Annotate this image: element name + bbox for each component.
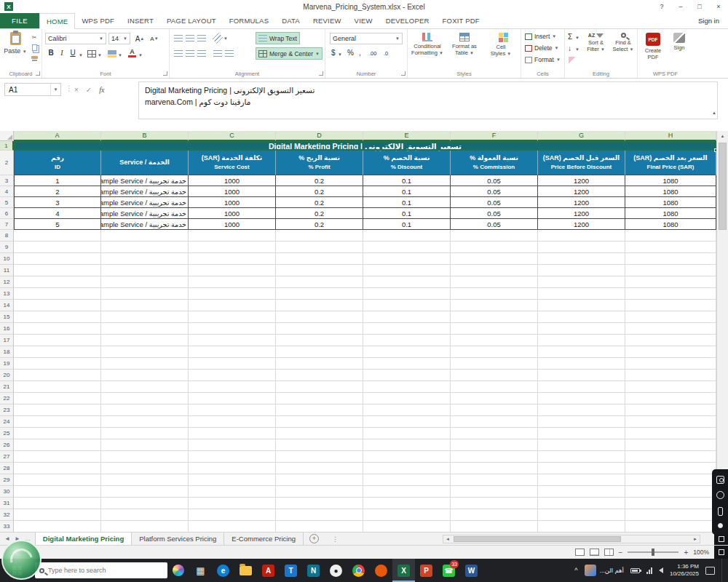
ribbon-tab-insert[interactable]: INSERT [121, 13, 160, 28]
column-header-c[interactable]: C [189, 131, 276, 141]
empty-cell[interactable] [14, 300, 101, 311]
empty-cell[interactable] [538, 463, 625, 474]
header-cell-a[interactable]: رقمID [14, 151, 101, 175]
decrease-indent-button[interactable] [213, 50, 222, 57]
empty-cell[interactable] [276, 509, 363, 521]
format-painter-button[interactable] [29, 53, 39, 62]
empty-cell[interactable] [451, 346, 538, 358]
currency-format-dropdown[interactable]: ▼ [338, 52, 342, 57]
empty-cell[interactable] [625, 381, 716, 393]
empty-cell[interactable] [363, 381, 451, 393]
sports-app-icon[interactable]: ● [325, 559, 347, 582]
autosum-dropdown[interactable]: ▼ [575, 36, 579, 40]
empty-cell[interactable] [451, 486, 538, 498]
empty-cell[interactable] [189, 393, 276, 404]
row-header-26[interactable]: 26 [0, 439, 14, 451]
borders-dropdown[interactable]: ▼ [98, 53, 102, 57]
row-header-6[interactable]: 6 [0, 208, 14, 219]
empty-cell[interactable] [189, 242, 276, 253]
empty-cell[interactable] [363, 474, 451, 486]
empty-cell[interactable] [14, 416, 101, 428]
onenote-icon[interactable]: N [302, 559, 325, 582]
empty-cell[interactable] [276, 265, 363, 276]
create-pdf-button[interactable]: PDF CreatePDF [639, 33, 667, 60]
wrap-text-button[interactable]: Wrap Text [256, 32, 300, 44]
align-right-button[interactable] [197, 50, 206, 57]
empty-cell[interactable] [189, 439, 276, 451]
empty-cell[interactable] [101, 311, 189, 323]
empty-cell[interactable] [538, 404, 625, 416]
empty-cell[interactable] [101, 230, 189, 242]
percent-format-button[interactable]: % [347, 49, 354, 57]
data-cell-a6[interactable]: 4 [14, 208, 101, 219]
scroll-left-arrow[interactable]: ◄ [443, 535, 452, 543]
messages-icon[interactable]: ☎33 [438, 559, 460, 582]
borders-button[interactable] [87, 50, 96, 57]
empty-cell[interactable] [625, 335, 716, 346]
overlay-mini-window-2[interactable] [714, 546, 728, 559]
sign-in-link[interactable]: Sign in [689, 13, 728, 28]
autosum-button[interactable]: Σ [568, 33, 572, 41]
delete-cells-button[interactable]: Delete▼ [525, 44, 559, 52]
header-cell-c[interactable]: تكلفة الخدمة (SAR)Service Cost [189, 151, 276, 175]
empty-cell[interactable] [451, 230, 538, 242]
data-cell-h7[interactable]: 1080 [625, 219, 716, 230]
empty-cell[interactable] [451, 439, 538, 451]
empty-cell[interactable] [363, 498, 451, 509]
empty-cell[interactable] [363, 276, 451, 288]
news-widget[interactable]: أهم الن... [585, 565, 624, 576]
increase-indent-button[interactable] [225, 50, 234, 57]
row-header-33[interactable]: 33 [0, 521, 14, 532]
empty-cell[interactable] [14, 311, 101, 323]
formula-bar-splitter[interactable]: ⋮ [66, 84, 73, 92]
horizontal-scroll-thumb[interactable] [454, 536, 621, 542]
empty-cell[interactable] [538, 474, 625, 486]
empty-cell[interactable] [101, 404, 189, 416]
column-header-g[interactable]: G [538, 131, 625, 141]
empty-cell[interactable] [101, 416, 189, 428]
empty-cell[interactable] [101, 451, 189, 463]
help-button[interactable]: ? [652, 0, 671, 13]
ribbon-tab-foxit-pdf[interactable]: FOXIT PDF [436, 13, 486, 28]
data-cell-g7[interactable]: 1200 [538, 219, 625, 230]
empty-cell[interactable] [538, 439, 625, 451]
empty-cell[interactable] [625, 311, 716, 323]
copilot-icon[interactable] [173, 565, 184, 576]
empty-cell[interactable] [101, 335, 189, 346]
data-cell-h6[interactable]: 1080 [625, 208, 716, 219]
sheet-nav-prev-icon[interactable]: ◄ [4, 535, 10, 542]
empty-cell[interactable] [538, 381, 625, 393]
empty-cell[interactable] [363, 416, 451, 428]
ribbon-tab-review[interactable]: REVIEW [306, 13, 348, 28]
align-bottom-button[interactable] [197, 35, 206, 41]
fill-button[interactable]: ↓ [568, 44, 571, 52]
row-header-8[interactable]: 8 [0, 230, 14, 242]
data-cell-a5[interactable]: 3 [14, 197, 101, 208]
font-color-button[interactable]: A [128, 49, 136, 57]
empty-cell[interactable] [363, 300, 451, 311]
empty-cell[interactable] [276, 276, 363, 288]
empty-cell[interactable] [451, 474, 538, 486]
empty-cell[interactable] [101, 439, 189, 451]
empty-cell[interactable] [189, 498, 276, 509]
page-layout-view-icon[interactable] [590, 549, 599, 556]
data-cell-b4[interactable]: Sample Service / خدمة تجريبية [101, 186, 189, 197]
font-name-select[interactable]: Calibri▼ [45, 33, 106, 44]
firefox-icon[interactable] [370, 559, 392, 582]
empty-cell[interactable] [101, 463, 189, 474]
empty-cell[interactable] [625, 498, 716, 509]
empty-cell[interactable] [14, 346, 101, 358]
data-cell-c4[interactable]: 1000 [189, 186, 276, 197]
empty-cell[interactable] [538, 521, 625, 532]
powerpoint-icon[interactable]: P [415, 559, 438, 582]
empty-cell[interactable] [625, 451, 716, 463]
row-header-1[interactable]: 1 [0, 141, 14, 151]
column-header-h[interactable]: H [625, 131, 716, 141]
row-header-21[interactable]: 21 [0, 381, 14, 393]
empty-cell[interactable] [625, 276, 716, 288]
format-as-table-button[interactable]: Format asTable ▼ [447, 33, 482, 56]
row-header-29[interactable]: 29 [0, 474, 14, 486]
empty-cell[interactable] [14, 253, 101, 265]
empty-cell[interactable] [625, 428, 716, 439]
empty-cell[interactable] [363, 370, 451, 381]
